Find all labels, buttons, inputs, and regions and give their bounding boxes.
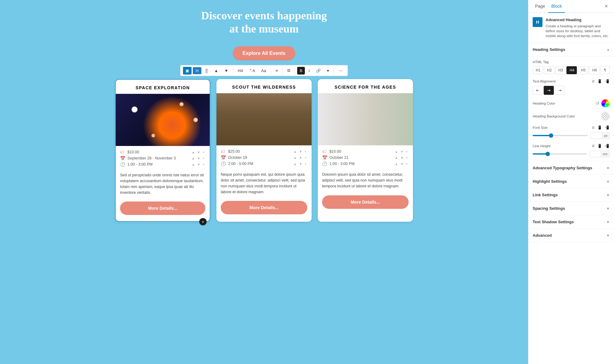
close-sidebar-button[interactable]: × xyxy=(602,1,610,12)
explore-all-events-button[interactable]: Explore All Events xyxy=(233,46,295,60)
advanced-settings-header[interactable]: Advanced ▼ xyxy=(528,229,614,242)
lh-mobile-icon[interactable]: 📲 xyxy=(604,143,610,149)
price-up-3[interactable]: ▲ xyxy=(394,150,399,154)
tag-h5[interactable]: H5 xyxy=(578,66,588,74)
price-down-3[interactable]: ▼ xyxy=(399,150,404,154)
card-cta-3[interactable]: More Details... xyxy=(322,195,409,209)
toolbar-link[interactable]: 🔗 xyxy=(313,67,323,75)
spacing-settings-title: Spacing Settings xyxy=(533,206,565,211)
time-up-2-2[interactable]: ▲ xyxy=(293,162,297,166)
time-close-1[interactable]: × xyxy=(202,163,205,167)
time-icon-1: 🕐 xyxy=(120,162,125,167)
toolbar-italic[interactable]: I xyxy=(306,67,312,75)
line-height-input[interactable] xyxy=(590,151,601,157)
toolbar-dropdown[interactable]: ▾ xyxy=(324,67,332,75)
toolbar-copy[interactable]: ⧉ xyxy=(285,67,293,75)
tab-page[interactable]: Page xyxy=(532,0,548,13)
tag-paragraph[interactable]: ¶ xyxy=(600,66,610,74)
heading-color-reset[interactable]: ↺ xyxy=(596,101,599,106)
mobile-icon[interactable]: 📲 xyxy=(604,79,610,84)
date-up-1[interactable]: ▲ xyxy=(191,156,196,160)
toolbar-font-size[interactable]: Aa xyxy=(259,67,269,75)
align-left[interactable]: ⇤ xyxy=(533,86,543,95)
font-mobile-icon[interactable]: 📲 xyxy=(604,125,610,130)
date-down-2[interactable]: ▼ xyxy=(298,156,303,160)
toolbar-h4[interactable]: H4 xyxy=(235,67,246,75)
canvas-header: Discover events happeningat the museum xyxy=(201,0,327,42)
price-up-2[interactable]: ▲ xyxy=(293,150,297,154)
toolbar-sep-3 xyxy=(282,67,283,74)
font-size-input[interactable] xyxy=(591,132,602,139)
meta-controls-time-2: ▲ ▼ × xyxy=(293,162,307,166)
line-height-thumb[interactable] xyxy=(546,152,550,156)
toolbar-more-options[interactable]: ⋯ xyxy=(336,67,345,75)
device-icons-lh: 🖥 📱 📲 xyxy=(591,143,610,149)
spacing-settings-header[interactable]: Spacing Settings ▼ xyxy=(528,202,614,215)
tag-h6[interactable]: H6 xyxy=(589,66,600,74)
date-close-2[interactable]: × xyxy=(304,156,307,160)
font-tablet-icon[interactable]: 📱 xyxy=(597,125,603,130)
add-block-button[interactable]: + xyxy=(199,218,207,225)
highlight-settings-title: Highlight Settings xyxy=(533,179,567,184)
highlight-settings-header[interactable]: Highlight Settings ▼ xyxy=(528,175,614,188)
price-close-2[interactable]: × xyxy=(304,150,307,154)
tag-h1[interactable]: H1 xyxy=(533,66,543,74)
price-up-1[interactable]: ▲ xyxy=(191,150,196,154)
card-cta-2[interactable]: More Details... xyxy=(221,201,307,214)
line-height-input-wrap: em xyxy=(589,151,610,157)
time-icon-2: 🕐 xyxy=(221,161,226,166)
font-size-track[interactable] xyxy=(533,135,588,136)
line-height-unit: em xyxy=(601,151,609,157)
text-shadow-settings-header[interactable]: Text Shadow Settings ▼ xyxy=(528,215,614,229)
lh-desktop-icon[interactable]: 🖥 xyxy=(591,143,596,149)
price-down-1[interactable]: ▼ xyxy=(196,150,201,154)
tag-h4[interactable]: H4 xyxy=(566,66,577,74)
time-down-1[interactable]: ▼ xyxy=(196,163,201,167)
date-down-3[interactable]: ▼ xyxy=(399,156,404,160)
time-close-2[interactable]: × xyxy=(304,162,307,166)
toolbar-heading-icon[interactable]: H xyxy=(193,67,201,74)
align-center[interactable]: ⇥ xyxy=(544,86,554,95)
toolbar-move-down[interactable]: ▼ xyxy=(222,67,231,75)
spacing-settings-chevron: ▼ xyxy=(606,207,610,210)
tablet-icon[interactable]: 📱 xyxy=(597,79,603,84)
time-up-1[interactable]: ▲ xyxy=(191,163,196,167)
date-close-1[interactable]: × xyxy=(202,156,205,160)
toolbar-text-transform[interactable]: ⌃A xyxy=(247,67,258,75)
link-settings-header[interactable]: Link Settings ▼ xyxy=(528,188,614,202)
toolbar-align[interactable]: ≡ xyxy=(273,67,281,75)
card-cta-1[interactable]: More Details... xyxy=(120,201,205,215)
price-down-2[interactable]: ▼ xyxy=(298,150,303,154)
tag-h3[interactable]: H3 xyxy=(555,66,566,74)
align-right[interactable]: ⇥ xyxy=(555,86,565,95)
time-up-3[interactable]: ▲ xyxy=(394,162,399,166)
heading-settings-content: HTML Tag H1 H2 H3 H4 H5 H6 ¶ Text Alignm… xyxy=(528,56,614,161)
date-up-3[interactable]: ▲ xyxy=(394,156,399,160)
line-height-track[interactable] xyxy=(533,153,587,155)
lh-tablet-icon[interactable]: 📱 xyxy=(597,143,603,149)
time-down-3[interactable]: ▼ xyxy=(399,162,404,166)
advanced-settings-chevron: ▼ xyxy=(606,234,610,237)
date-down-1[interactable]: ▼ xyxy=(196,156,201,160)
desktop-icon[interactable]: 🖥 xyxy=(591,79,596,84)
block-description: Advanced Heading Create a heading or par… xyxy=(546,17,610,38)
heading-color-swatch[interactable] xyxy=(601,99,610,108)
tag-h2[interactable]: H2 xyxy=(544,66,554,74)
toolbar-block-select[interactable]: ▣ xyxy=(183,67,192,75)
toolbar-move-up[interactable]: ▲ xyxy=(212,67,221,75)
time-down-2[interactable]: ▼ xyxy=(298,162,303,166)
font-size-thumb[interactable] xyxy=(549,133,553,138)
toolbar-bold[interactable]: B xyxy=(297,67,305,75)
time-close-3[interactable]: × xyxy=(405,162,409,166)
date-close-3[interactable]: × xyxy=(405,156,409,160)
price-close-1[interactable]: × xyxy=(202,150,205,154)
price-close-3[interactable]: × xyxy=(405,150,409,154)
font-desktop-icon[interactable]: 🖥 xyxy=(591,125,596,130)
date-up-2[interactable]: ▲ xyxy=(293,156,297,160)
heading-bg-color-swatch[interactable] xyxy=(601,112,610,121)
toolbar-drag-handle[interactable]: ⣿ xyxy=(203,67,211,75)
meta-controls-price-2: ▲ ▼ × xyxy=(293,150,307,154)
tab-block[interactable]: Block xyxy=(548,0,565,13)
heading-settings-header[interactable]: Heading Settings ▲ xyxy=(528,43,614,56)
advanced-typography-settings-header[interactable]: Advanced Typography Settings ▼ xyxy=(528,161,614,175)
